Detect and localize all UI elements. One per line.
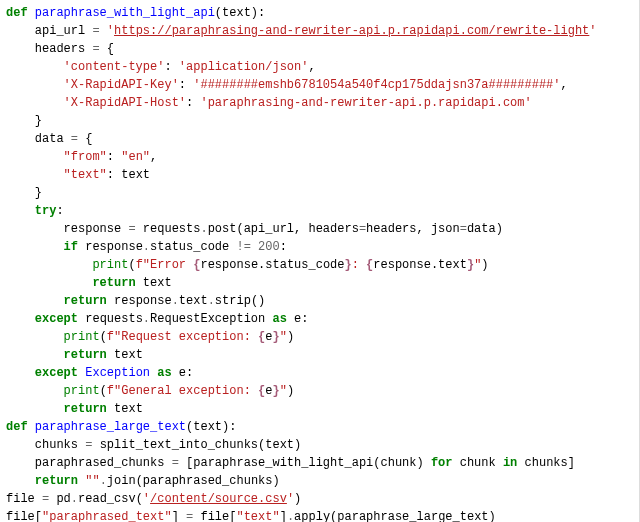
line: return text (6, 348, 143, 362)
line: data = { (6, 132, 92, 146)
line: api_url = 'https://paraphrasing-and-rewr… (6, 24, 597, 38)
line: 'X-RapidAPI-Host': 'paraphrasing-and-rew… (6, 96, 532, 110)
line: except Exception as e: (6, 366, 193, 380)
line: print(f"Error {response.status_code}: {r… (6, 258, 489, 272)
code-cell[interactable]: def paraphrase_with_light_api(text): api… (0, 0, 640, 522)
line: except requests.RequestException as e: (6, 312, 308, 326)
line: } (6, 186, 42, 200)
line: print(f"Request exception: {e}") (6, 330, 294, 344)
line: if response.status_code != 200: (6, 240, 287, 254)
line: file["paraphrased_text"] = file["text"].… (6, 510, 496, 522)
line: file = pd.read_csv('/content/source.csv'… (6, 492, 301, 506)
line: def paraphrase_with_light_api(text): (6, 6, 265, 20)
line: "from": "en", (6, 150, 157, 164)
line: "text": text (6, 168, 150, 182)
line: paraphrased_chunks = [paraphrase_with_li… (6, 456, 575, 470)
line: return text (6, 276, 172, 290)
line: def paraphrase_large_text(text): (6, 420, 236, 434)
line: 'X-RapidAPI-Key': '########emshb6781054a… (6, 78, 568, 92)
line: } (6, 114, 42, 128)
line: print(f"General exception: {e}") (6, 384, 294, 398)
line: chunks = split_text_into_chunks(text) (6, 438, 301, 452)
line: response = requests.post(api_url, header… (6, 222, 503, 236)
line: return response.text.strip() (6, 294, 265, 308)
line: return text (6, 402, 143, 416)
line: headers = { (6, 42, 114, 56)
line: try: (6, 204, 64, 218)
line: 'content-type': 'application/json', (6, 60, 316, 74)
line: return "".join(paraphrased_chunks) (6, 474, 280, 488)
